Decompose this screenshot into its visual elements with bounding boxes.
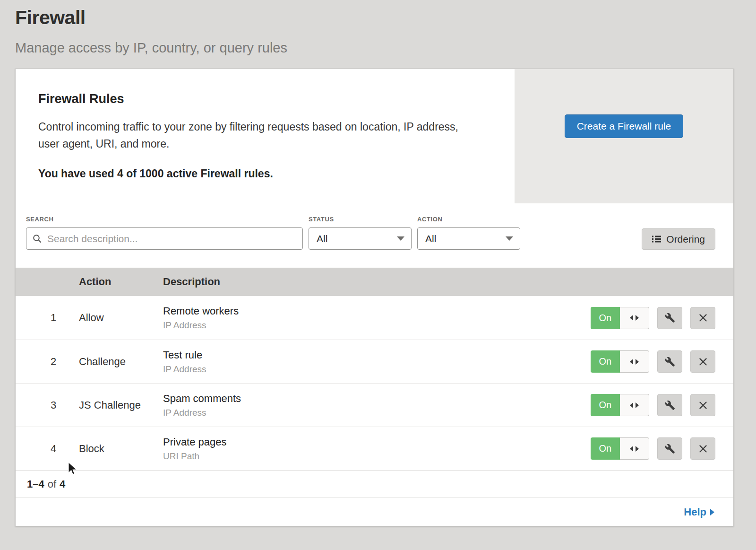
rule-action: Block: [79, 443, 163, 455]
rule-enabled-toggle[interactable]: On: [591, 394, 649, 416]
ordering-list-icon: [652, 236, 661, 243]
ordering-wrap: Ordering: [642, 228, 715, 250]
search-filter: SEARCH: [26, 216, 303, 250]
filters-bar: SEARCH STATUS All ACTION All: [16, 203, 733, 268]
rule-controls: On: [591, 437, 733, 460]
help-link-label: Help: [684, 506, 706, 518]
rule-priority: 1: [16, 312, 79, 324]
toggle-drag-handle-icon[interactable]: [620, 394, 650, 416]
rule-enabled-toggle[interactable]: On: [591, 350, 649, 373]
edit-rule-button[interactable]: [657, 394, 682, 416]
rule-priority: 2: [16, 356, 79, 368]
rule-description-cell: Test rule IP Address: [163, 349, 591, 375]
action-select-value: All: [425, 233, 436, 244]
status-label: STATUS: [309, 216, 412, 223]
rule-description: Private pages: [163, 436, 591, 448]
status-filter: STATUS All: [309, 216, 412, 250]
wrench-icon: [665, 400, 675, 410]
rule-match-type: IP Address: [163, 408, 591, 418]
rule-controls: On: [591, 350, 733, 373]
edit-rule-button[interactable]: [657, 437, 682, 460]
delete-rule-button[interactable]: [690, 307, 715, 329]
rule-description: Remote workers: [163, 305, 591, 317]
search-box: [26, 227, 303, 250]
toggle-on-segment[interactable]: On: [591, 350, 620, 373]
firewall-card: Firewall Rules Control incoming traffic …: [15, 69, 734, 526]
right-arrow-icon: [636, 402, 639, 408]
help-arrow-icon: [710, 509, 714, 515]
close-icon: [699, 358, 707, 366]
rule-priority: 3: [16, 399, 79, 411]
right-arrow-icon: [636, 315, 639, 321]
rule-enabled-toggle[interactable]: On: [591, 437, 649, 460]
toggle-on-segment[interactable]: On: [591, 437, 620, 460]
status-select-value: All: [317, 233, 327, 244]
intro-text-panel: Firewall Rules Control incoming traffic …: [16, 69, 515, 203]
left-arrow-icon: [630, 402, 633, 408]
rule-match-type: URI Path: [163, 451, 591, 462]
right-arrow-icon: [636, 446, 639, 452]
rule-description-cell: Remote workers IP Address: [163, 305, 591, 331]
table-row: 4 Block Private pages URI Path On: [16, 427, 733, 470]
pagination-of: of: [48, 478, 56, 490]
ordering-button[interactable]: Ordering: [642, 228, 715, 250]
page-subtitle: Manage access by IP, country, or query r…: [15, 40, 756, 56]
page-header: Firewall Manage access by IP, country, o…: [0, 0, 756, 56]
toggle-drag-handle-icon[interactable]: [620, 307, 650, 329]
rule-description-cell: Spam comments IP Address: [163, 393, 591, 418]
wrench-icon: [665, 313, 675, 323]
delete-rule-button[interactable]: [690, 437, 715, 460]
create-firewall-rule-button[interactable]: Create a Firewall rule: [565, 114, 684, 138]
rules-table: Action Description 1 Allow Remote worker…: [16, 268, 733, 526]
rule-enabled-toggle[interactable]: On: [591, 307, 649, 329]
close-icon: [699, 401, 707, 410]
help-row: Help: [16, 498, 733, 526]
table-row: 1 Allow Remote workers IP Address On: [16, 296, 733, 340]
ordering-button-label: Ordering: [666, 234, 705, 245]
rule-priority: 4: [16, 443, 79, 455]
right-arrow-icon: [636, 359, 639, 365]
chevron-down-icon: [397, 236, 404, 241]
table-row: 3 JS Challenge Spam comments IP Address …: [16, 383, 733, 427]
close-icon: [699, 314, 707, 322]
pagination-total: 4: [60, 478, 65, 490]
card-heading: Firewall Rules: [38, 92, 481, 106]
left-arrow-icon: [630, 359, 633, 365]
intro-side-panel: Create a Firewall rule: [515, 69, 733, 203]
rule-action: Allow: [79, 312, 163, 324]
column-header-action: Action: [79, 276, 163, 288]
rule-description: Spam comments: [163, 393, 591, 405]
status-select[interactable]: All: [309, 227, 412, 250]
pagination-range: 1–4: [27, 478, 44, 490]
toggle-on-segment[interactable]: On: [591, 394, 620, 416]
rule-match-type: IP Address: [163, 320, 591, 331]
left-arrow-icon: [630, 446, 633, 452]
toggle-on-segment[interactable]: On: [591, 307, 620, 329]
delete-rule-button[interactable]: [690, 394, 715, 416]
help-link[interactable]: Help: [684, 506, 714, 518]
rule-controls: On: [591, 394, 733, 416]
search-label: SEARCH: [26, 216, 303, 223]
chevron-down-icon: [506, 236, 513, 241]
toggle-drag-handle-icon[interactable]: [620, 350, 650, 373]
table-header-row: Action Description: [16, 268, 733, 296]
edit-rule-button[interactable]: [657, 350, 682, 373]
rule-description-cell: Private pages URI Path: [163, 436, 591, 462]
intro-section: Firewall Rules Control incoming traffic …: [16, 69, 733, 203]
search-input[interactable]: [26, 227, 303, 250]
rule-match-type: IP Address: [163, 364, 591, 375]
toggle-drag-handle-icon[interactable]: [620, 437, 650, 460]
pagination: 1–4 of 4: [16, 470, 733, 498]
rule-action: JS Challenge: [79, 399, 163, 411]
action-select[interactable]: All: [417, 227, 520, 250]
rule-controls: On: [591, 307, 733, 329]
action-filter: ACTION All: [417, 216, 520, 250]
delete-rule-button[interactable]: [690, 350, 715, 373]
search-icon: [33, 234, 42, 243]
page-title: Firewall: [15, 7, 756, 29]
left-arrow-icon: [630, 315, 633, 321]
edit-rule-button[interactable]: [657, 307, 682, 329]
rule-description: Test rule: [163, 349, 591, 361]
usage-count-text: You have used 4 of 1000 active Firewall …: [38, 167, 481, 180]
column-header-description: Description: [163, 276, 591, 288]
